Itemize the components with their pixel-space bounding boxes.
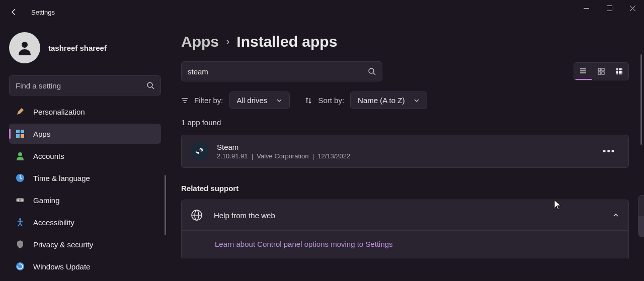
view-list-button[interactable] (574, 63, 592, 80)
view-grid-button[interactable] (592, 63, 610, 80)
minimize-icon (584, 6, 589, 11)
context-menu: Modify Uninstall (638, 195, 644, 237)
help-title: Help from the web (214, 211, 612, 220)
sidebar-item-windows-update[interactable]: Windows Update (9, 256, 161, 276)
svg-point-39 (201, 149, 202, 151)
main-scrollbar[interactable] (640, 54, 642, 145)
close-icon (630, 6, 635, 11)
svg-rect-23 (598, 72, 601, 74)
sidebar-item-apps[interactable]: Apps (9, 124, 161, 144)
svg-rect-6 (21, 130, 24, 133)
breadcrumb-parent[interactable]: Apps (181, 33, 219, 50)
close-button[interactable] (621, 0, 644, 16)
more-options-button[interactable]: ••• (599, 144, 619, 159)
sort-dropdown[interactable]: Name (A to Z) (350, 91, 427, 109)
svg-rect-33 (621, 73, 622, 74)
app-icon (191, 142, 209, 160)
svg-rect-11 (16, 198, 24, 202)
help-link-row: Learn about Control panel options moving… (181, 231, 629, 258)
svg-rect-27 (621, 68, 622, 70)
page-title: Installed apps (236, 33, 337, 50)
sort-icon (305, 97, 312, 104)
window-title: Settings (31, 9, 55, 16)
svg-point-9 (18, 152, 22, 156)
sidebar-item-label: Accounts (33, 152, 64, 160)
person-icon (15, 151, 25, 161)
view-tiles-button[interactable] (610, 63, 628, 80)
sidebar-item-time-language[interactable]: Time & language (9, 168, 161, 188)
view-toggle (574, 62, 629, 80)
svg-point-12 (18, 200, 19, 201)
sidebar-item-accounts[interactable]: Accounts (9, 146, 161, 166)
svg-rect-22 (602, 68, 604, 71)
globe-icon (191, 209, 203, 221)
results-count: 1 app found (181, 118, 629, 127)
back-button[interactable] (6, 4, 22, 20)
gamepad-icon (15, 195, 25, 205)
svg-rect-30 (621, 71, 622, 73)
cursor-icon (554, 200, 561, 210)
menu-item-modify: Modify (638, 196, 644, 216)
svg-rect-8 (21, 134, 24, 138)
svg-point-16 (369, 68, 374, 73)
app-search-box[interactable] (181, 61, 382, 81)
svg-rect-32 (619, 73, 621, 74)
sidebar-item-label: Gaming (33, 196, 60, 205)
search-icon (368, 67, 376, 75)
main-content: Apps › Installed apps (166, 24, 644, 281)
sidebar-item-personalization[interactable]: Personalization (9, 102, 161, 122)
sidebar-item-accessibility[interactable]: Accessibility (9, 212, 161, 232)
steam-icon (195, 146, 205, 156)
app-list-item: Steam 2.10.91.91 | Valve Corporation | 1… (181, 135, 629, 168)
svg-rect-7 (16, 134, 20, 138)
sort-label: Sort by: (318, 96, 344, 105)
filter-value: All drives (237, 96, 268, 105)
settings-search[interactable] (9, 75, 161, 96)
filter-label: Filter by: (194, 96, 223, 105)
svg-point-37 (195, 147, 204, 156)
svg-rect-28 (616, 71, 618, 73)
chevron-up-icon (612, 212, 619, 219)
svg-point-40 (197, 152, 199, 154)
help-card[interactable]: Help from the web (181, 200, 629, 231)
shield-icon (15, 239, 25, 249)
accessibility-icon (15, 217, 25, 227)
svg-point-2 (22, 42, 28, 48)
settings-search-input[interactable] (16, 81, 146, 90)
filter-icon (181, 97, 188, 104)
filter-dropdown[interactable]: All drives (229, 91, 290, 109)
minimize-button[interactable] (575, 0, 598, 16)
profile-section[interactable]: tashreef shareef (9, 29, 161, 66)
menu-item-uninstall[interactable]: Uninstall (638, 216, 644, 237)
svg-point-14 (19, 218, 21, 220)
sidebar-item-gaming[interactable]: Gaming (9, 190, 161, 210)
svg-rect-26 (619, 68, 621, 70)
svg-rect-29 (619, 71, 621, 73)
sidebar: tashreef shareef Personalization Apps Ac… (0, 24, 166, 281)
svg-point-13 (22, 200, 23, 201)
related-support-title: Related support (181, 184, 629, 193)
svg-rect-1 (607, 6, 612, 11)
search-icon (146, 81, 154, 89)
update-icon (15, 261, 25, 271)
chevron-down-icon (276, 98, 282, 104)
tiles-icon (615, 67, 623, 75)
person-icon (16, 39, 34, 57)
globe-clock-icon (15, 173, 25, 183)
sidebar-item-privacy-security[interactable]: Privacy & security (9, 234, 161, 254)
svg-rect-24 (602, 72, 604, 74)
maximize-icon (607, 6, 612, 11)
breadcrumb: Apps › Installed apps (181, 33, 629, 50)
sidebar-item-label: Apps (33, 130, 50, 138)
help-link[interactable]: Learn about Control panel options moving… (215, 240, 393, 248)
sidebar-item-label: Privacy & security (33, 240, 93, 249)
sidebar-item-label: Time & language (33, 174, 90, 182)
sidebar-item-label: Personalization (33, 108, 85, 116)
sort-value: Name (A to Z) (358, 96, 405, 105)
app-search-input[interactable] (188, 67, 368, 76)
maximize-button[interactable] (598, 0, 621, 16)
app-meta: 2.10.91.91 | Valve Corporation | 12/13/2… (217, 152, 599, 160)
chevron-down-icon (414, 98, 420, 104)
svg-line-17 (373, 73, 375, 75)
paintbrush-icon (15, 107, 25, 117)
